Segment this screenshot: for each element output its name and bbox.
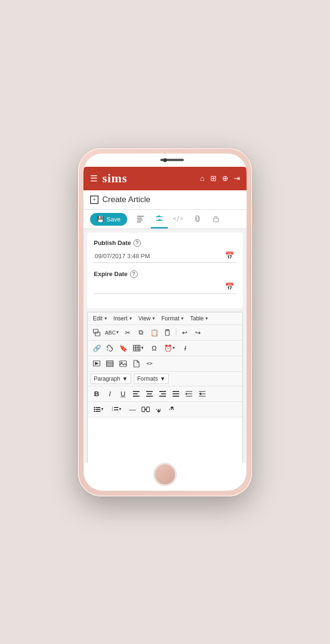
indent-btn[interactable]: [183, 388, 195, 399]
svg-marker-43: [199, 393, 201, 395]
svg-marker-17: [95, 362, 98, 365]
publish-date-calendar-icon[interactable]: 📅: [225, 251, 234, 260]
svg-rect-55: [147, 407, 149, 412]
table-menu[interactable]: Table ▼: [188, 314, 211, 323]
expire-date-calendar-icon[interactable]: 📅: [225, 282, 234, 291]
formats-arrow: ▼: [160, 375, 165, 382]
svg-rect-30: [159, 391, 166, 392]
undo-btn[interactable]: ↩: [179, 327, 191, 338]
editor-content-area[interactable]: [88, 417, 242, 463]
paragraph-row: Paragraph ▼ Formats ▼: [88, 372, 242, 386]
front-camera: [163, 158, 167, 162]
hr-btn[interactable]: —: [126, 404, 139, 415]
svg-marker-58: [157, 411, 160, 412]
svg-rect-1: [137, 218, 142, 219]
expire-date-label: Expire Date ?: [94, 270, 236, 278]
align-justify-btn[interactable]: [170, 388, 182, 399]
publish-date-wrapper: 📅: [94, 250, 236, 263]
source-btn[interactable]: <>: [143, 358, 156, 369]
align-right-btn[interactable]: [157, 388, 169, 399]
align-left-btn[interactable]: [130, 388, 142, 399]
publish-date-input[interactable]: [94, 250, 236, 263]
svg-rect-26: [133, 396, 140, 397]
media-btn[interactable]: [91, 358, 103, 369]
nonbreak-btn[interactable]: [140, 404, 152, 415]
save-disk-icon: 💾: [97, 216, 104, 223]
svg-rect-33: [173, 391, 179, 392]
grid-icon[interactable]: ⊞: [210, 174, 216, 183]
tab-lock[interactable]: [207, 212, 224, 228]
rich-text-editor: Edit ▼ Insert ▼ View ▼ Format: [87, 312, 243, 463]
clock-btn[interactable]: ⏰ ▼: [161, 342, 178, 354]
expire-date-help[interactable]: ?: [130, 270, 138, 278]
align-center-btn[interactable]: [143, 388, 156, 399]
clear-format-btn[interactable]: I: [179, 342, 191, 354]
home-icon[interactable]: ⌂: [200, 174, 205, 183]
svg-rect-47: [96, 409, 100, 410]
bold-btn[interactable]: B: [91, 388, 103, 399]
add-article-icon: +: [90, 196, 99, 204]
view-menu[interactable]: View ▼: [136, 314, 158, 323]
paste-text-btn[interactable]: [161, 327, 173, 338]
pagebreak-down-btn[interactable]: [153, 404, 165, 415]
svg-rect-53: [114, 409, 118, 410]
svg-point-44: [94, 407, 95, 408]
paragraph-dropdown[interactable]: Paragraph ▼: [91, 374, 131, 384]
insert-menu[interactable]: Insert ▼: [111, 314, 135, 323]
pagebreak-up-btn[interactable]: [166, 404, 178, 415]
form-area: Publish Date ? 📅 Expire Date ? 📅: [87, 233, 243, 308]
file-btn[interactable]: [130, 358, 142, 369]
paragraph-arrow: ▼: [122, 375, 128, 382]
svg-rect-29: [146, 396, 153, 397]
svg-rect-3: [137, 221, 141, 222]
tab-details[interactable]: [132, 212, 149, 228]
svg-rect-45: [96, 407, 100, 408]
spellcheck-btn[interactable]: ABC ▼: [104, 327, 121, 338]
link-btn[interactable]: 🔗: [91, 342, 103, 354]
formats-dropdown[interactable]: Formats ▼: [134, 374, 169, 384]
home-button[interactable]: [154, 464, 176, 485]
save-button[interactable]: 💾 Save: [90, 213, 127, 226]
menu-icon[interactable]: ☰: [90, 173, 98, 184]
italic-btn[interactable]: I: [104, 388, 116, 399]
svg-rect-0: [137, 216, 144, 217]
special-char-btn[interactable]: Ω: [148, 342, 160, 354]
underline-btn[interactable]: U: [117, 388, 129, 399]
svg-rect-25: [133, 393, 138, 394]
formatting-row: B I U: [88, 386, 242, 402]
format-menu[interactable]: Format ▼: [159, 314, 187, 323]
svg-point-46: [94, 408, 95, 410]
tab-code[interactable]: </>: [170, 212, 187, 228]
unlink-btn[interactable]: [104, 342, 116, 354]
copy-btn[interactable]: ⧉: [135, 327, 147, 338]
format-menu-arrow: ▼: [180, 316, 184, 321]
list-row: ▼ 1.2. ▼ —: [88, 402, 242, 417]
redo-btn[interactable]: ↪: [192, 327, 204, 338]
image-btn[interactable]: [117, 358, 129, 369]
svg-rect-8: [95, 332, 100, 336]
table-layout-btn[interactable]: [104, 358, 116, 369]
bookmark-btn[interactable]: 🔖: [117, 342, 129, 354]
find-replace-btn[interactable]: [91, 327, 103, 338]
unordered-list-btn[interactable]: ▼: [91, 404, 107, 415]
svg-point-48: [94, 410, 95, 412]
publish-date-help[interactable]: ?: [133, 239, 141, 247]
outdent-btn[interactable]: [196, 388, 208, 399]
edit-menu[interactable]: Edit ▼: [91, 314, 110, 323]
expire-date-input[interactable]: [94, 281, 236, 294]
tab-attach[interactable]: [189, 212, 206, 228]
globe-icon[interactable]: ⊕: [222, 174, 228, 183]
svg-rect-7: [93, 329, 98, 333]
editor-menubar: Edit ▼ Insert ▼ View ▼ Format: [88, 312, 242, 325]
paste-btn[interactable]: 📋: [148, 327, 160, 338]
logout-icon[interactable]: ⇥: [234, 174, 240, 183]
tab-transfer[interactable]: [151, 212, 168, 228]
cut-btn[interactable]: ✂: [122, 327, 134, 338]
toolbar-row-3: <>: [88, 356, 242, 372]
view-menu-arrow: ▼: [151, 316, 156, 321]
svg-rect-31: [161, 393, 166, 394]
page-title-bar: + Create Article: [83, 190, 247, 210]
ordered-list-btn[interactable]: 1.2. ▼: [108, 404, 125, 415]
svg-rect-49: [96, 411, 100, 412]
table-insert-btn[interactable]: ▼: [130, 342, 147, 354]
